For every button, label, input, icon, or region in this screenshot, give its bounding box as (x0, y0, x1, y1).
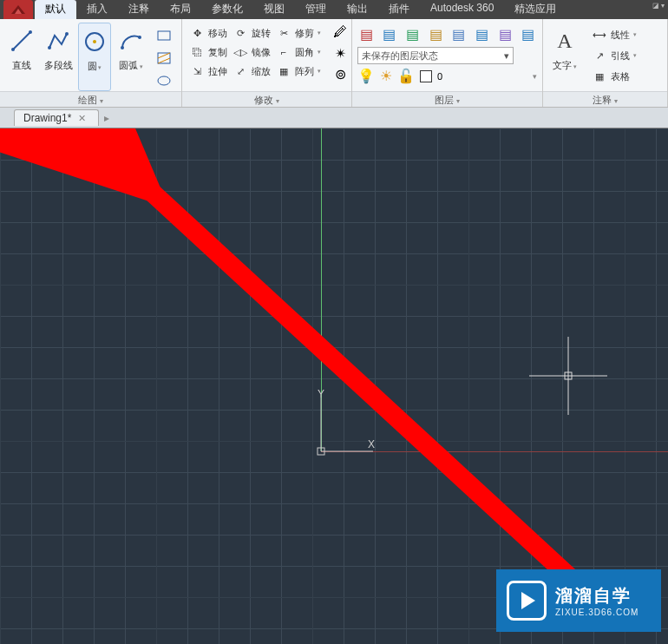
viewport-label[interactable]: [-][俯视][二维线框] (7, 141, 90, 155)
table-button[interactable]: ▦表格 (590, 68, 639, 85)
tab-layout[interactable]: 布局 (160, 0, 201, 19)
polyline-label: 多段线 (44, 59, 73, 72)
app-menu-button[interactable] (3, 0, 33, 19)
tab-view[interactable]: 视图 (253, 0, 295, 19)
layer-color-swatch[interactable] (420, 70, 432, 82)
layer-lock-button[interactable]: ▤ (427, 24, 445, 43)
trim-button[interactable]: ✂修剪 (274, 24, 323, 42)
svg-rect-11 (158, 31, 170, 40)
layer-match-icon: ▤ (475, 26, 488, 43)
layer-walk-button[interactable]: ▤ (519, 24, 537, 43)
svg-line-13 (158, 53, 170, 58)
mirror-icon: ◁▷ (232, 44, 248, 60)
layer-lock-icon: ▤ (429, 26, 442, 43)
autocad-logo-icon (10, 3, 27, 16)
svg-rect-12 (158, 53, 170, 63)
svg-point-4 (29, 30, 32, 34)
tab-manage[interactable]: 管理 (295, 0, 337, 19)
erase-button[interactable]: 🖉 (331, 23, 350, 42)
offset-icon: ⊚ (335, 66, 346, 82)
text-icon: A (552, 28, 578, 54)
panel-draw: 直线 多段线 圆 圆弧 绘图 (0, 19, 182, 107)
layer-off-button[interactable]: ▤ (381, 24, 399, 43)
tab-plugins[interactable]: 插件 (378, 0, 420, 19)
mirror-button[interactable]: ◁▷镜像 (231, 43, 272, 61)
text-button[interactable]: A 文字 (548, 23, 581, 91)
leader-button[interactable]: ↗引线 (590, 47, 639, 64)
rectangle-button[interactable] (154, 26, 174, 45)
scale-button[interactable]: ⤢缩放 (231, 62, 272, 80)
panel-modify-title[interactable]: 修改 (182, 91, 351, 107)
document-tabs: Drawing1* ✕ ▸ (0, 108, 668, 128)
layer-freeze-icon: ▤ (406, 26, 419, 43)
doc-tab-drawing1[interactable]: Drawing1* ✕ (14, 109, 99, 126)
ellipse-button[interactable] (154, 71, 174, 90)
layer-current-name: 0 (437, 71, 442, 82)
polyline-button[interactable]: 多段线 (42, 23, 75, 91)
menu-tabstrip: 默认 插入 注释 布局 参数化 视图 管理 输出 插件 Autodesk 360… (0, 0, 668, 19)
ellipse-icon (157, 75, 171, 87)
drawing-canvas[interactable]: [-][俯视][二维线框] X Y 溜溜自学 ZIXUE.3D66.COM (0, 128, 668, 644)
crosshair-cursor (529, 337, 607, 415)
fillet-button[interactable]: ⌐圆角 (274, 43, 323, 61)
layer-off-icon: ▤ (383, 26, 396, 43)
rotate-button[interactable]: ⟳旋转 (231, 24, 272, 42)
panel-annot: A 文字 ⟷线性 ↗引线 ▦表格 注释 (543, 19, 668, 107)
svg-point-6 (65, 32, 69, 36)
ucs-icon: X Y (316, 389, 385, 458)
svg-point-15 (158, 76, 170, 85)
tab-a360[interactable]: Autodesk 360 (420, 0, 504, 19)
layer-match-button[interactable]: ▤ (473, 24, 491, 43)
doc-tab-label: Drawing1* (23, 112, 71, 124)
watermark-sub: ZIXUE.3D66.COM (555, 608, 639, 617)
dim-linear-button[interactable]: ⟷线性 (590, 26, 639, 43)
explode-icon: ✴ (335, 45, 346, 62)
layer-properties-button[interactable]: ▤ (357, 24, 376, 43)
chevron-down-icon[interactable]: ▾ (533, 72, 537, 81)
copy-button[interactable]: ⿻复制 (187, 43, 229, 61)
tab-insert[interactable]: 插入 (76, 0, 118, 19)
stretch-button[interactable]: ⇲拉伸 (187, 62, 229, 80)
tab-annotate[interactable]: 注释 (118, 0, 160, 19)
layer-freeze-button[interactable]: ▤ (403, 24, 422, 43)
svg-point-3 (11, 48, 15, 51)
explode-button[interactable]: ✴ (331, 43, 350, 62)
rectangle-icon (157, 30, 171, 42)
panel-draw-title[interactable]: 绘图 (0, 91, 181, 107)
move-icon: ✥ (189, 25, 205, 41)
layer-state-label: 未保存的图层状态 (362, 49, 438, 62)
hatch-button[interactable] (154, 49, 174, 68)
tab-featured[interactable]: 精选应用 (504, 0, 566, 19)
svg-point-5 (48, 46, 51, 49)
arc-label: 圆弧 (119, 59, 143, 72)
tab-parametric[interactable]: 参数化 (201, 0, 253, 19)
lock-icon: 🔓 (397, 68, 415, 84)
layer-prev-button[interactable]: ▤ (496, 24, 514, 43)
ucs-x-label: X (368, 438, 375, 450)
tab-output[interactable]: 输出 (337, 0, 378, 19)
scale-icon: ⤢ (232, 63, 248, 79)
tabstrip-expand-icon[interactable]: ◪ ▾ (652, 2, 665, 10)
move-button[interactable]: ✥移动 (187, 24, 229, 42)
line-icon (9, 28, 35, 54)
panel-annot-title[interactable]: 注释 (543, 91, 667, 107)
array-button[interactable]: ▦阵列 (274, 62, 323, 80)
svg-point-9 (121, 46, 124, 49)
line-button[interactable]: 直线 (5, 23, 38, 91)
arc-button[interactable]: 圆弧 (115, 23, 147, 91)
layer-iso-button[interactable]: ▤ (450, 24, 468, 43)
polyline-icon (45, 28, 71, 54)
chevron-down-icon: ▾ (504, 50, 509, 62)
new-doc-button[interactable]: ▸ (104, 112, 109, 124)
layer-state-combo[interactable]: 未保存的图层状态▾ (357, 47, 514, 64)
close-icon[interactable]: ✕ (78, 113, 86, 124)
sun-icon: ☀ (380, 68, 392, 84)
hatch-icon (157, 52, 171, 64)
offset-button[interactable]: ⊚ (331, 64, 350, 83)
circle-label: 圆 (88, 60, 102, 73)
stretch-icon: ⇲ (189, 63, 205, 79)
circle-button[interactable]: 圆 (78, 23, 111, 91)
table-icon: ▦ (592, 69, 607, 84)
tab-default[interactable]: 默认 (35, 0, 76, 19)
panel-layer-title[interactable]: 图层 (352, 91, 542, 107)
